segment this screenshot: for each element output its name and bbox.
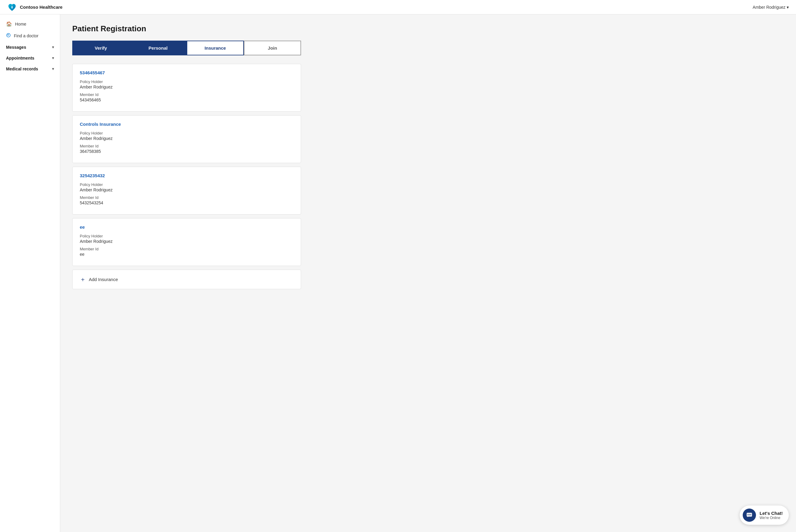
policy-holder-label-2: Policy Holder bbox=[80, 131, 294, 135]
user-menu[interactable]: Amber Rodriguez ▾ bbox=[753, 5, 789, 10]
insurance-card-2: Controls Insurance Policy Holder Amber R… bbox=[72, 115, 301, 163]
insurance-card-2-title[interactable]: Controls Insurance bbox=[80, 121, 294, 127]
appointments-chevron-icon: ▾ bbox=[52, 56, 54, 60]
member-id-value-2: 364758385 bbox=[80, 149, 294, 154]
chat-text: Let's Chat! We're Online bbox=[760, 511, 783, 520]
insurance-card-2-member-id: Member Id 364758385 bbox=[80, 144, 294, 154]
insurance-card-1: 5346455467 Policy Holder Amber Rodriguez… bbox=[72, 64, 301, 112]
policy-holder-value-1: Amber Rodriguez bbox=[80, 84, 294, 89]
insurance-cards-container: 5346455467 Policy Holder Amber Rodriguez… bbox=[72, 64, 301, 289]
insurance-card-3-member-id: Member Id 5432543254 bbox=[80, 195, 294, 205]
insurance-card-3-title[interactable]: 3254235432 bbox=[80, 173, 294, 178]
add-insurance-label: Add Insurance bbox=[89, 277, 118, 282]
sidebar-item-appointments[interactable]: Appointments ▾ bbox=[0, 53, 60, 63]
sidebar-item-home[interactable]: 🏠 Home bbox=[0, 18, 60, 30]
add-insurance-button[interactable]: ＋ Add Insurance bbox=[72, 270, 301, 289]
main-content: Patient Registration Verify Personal Ins… bbox=[60, 15, 796, 532]
member-id-label-3: Member Id bbox=[80, 195, 294, 200]
page-title: Patient Registration bbox=[72, 24, 784, 33]
header: Contoso Healthcare Amber Rodriguez ▾ bbox=[0, 0, 796, 15]
app-title: Contoso Healthcare bbox=[20, 4, 62, 10]
plus-icon: ＋ bbox=[80, 275, 86, 283]
stepper: Verify Personal Insurance Join bbox=[72, 41, 301, 55]
svg-rect-0 bbox=[7, 33, 10, 37]
insurance-card-2-policy-holder: Policy Holder Amber Rodriguez bbox=[80, 131, 294, 141]
sidebar-item-find-doctor[interactable]: Find a doctor bbox=[0, 30, 60, 42]
policy-holder-label-4: Policy Holder bbox=[80, 234, 294, 238]
insurance-card-4-member-id: Member Id ee bbox=[80, 247, 294, 257]
chat-widget[interactable]: Let's Chat! We're Online bbox=[740, 506, 789, 525]
sidebar-item-messages[interactable]: Messages ▾ bbox=[0, 42, 60, 53]
sidebar-item-find-doctor-label: Find a doctor bbox=[14, 33, 39, 38]
chat-title: Let's Chat! bbox=[760, 511, 783, 516]
app-body: 🏠 Home Find a doctor Messages ▾ Appointm… bbox=[0, 15, 796, 532]
sidebar-item-medical-records[interactable]: Medical records ▾ bbox=[0, 63, 60, 74]
member-id-value-4: ee bbox=[80, 252, 294, 257]
svg-rect-4 bbox=[750, 514, 751, 515]
insurance-card-3-policy-holder: Policy Holder Amber Rodriguez bbox=[80, 182, 294, 192]
insurance-card-4-title[interactable]: ee bbox=[80, 225, 294, 230]
logo: Contoso Healthcare bbox=[7, 2, 62, 12]
sidebar-item-home-label: Home bbox=[15, 22, 26, 26]
member-id-label-2: Member Id bbox=[80, 144, 294, 148]
chat-bubble-icon bbox=[746, 512, 753, 518]
insurance-card-1-policy-holder: Policy Holder Amber Rodriguez bbox=[80, 79, 294, 89]
policy-holder-label-3: Policy Holder bbox=[80, 182, 294, 187]
sidebar-appointments-label: Appointments bbox=[6, 56, 34, 60]
medical-records-chevron-icon: ▾ bbox=[52, 67, 54, 71]
logo-icon bbox=[7, 2, 17, 12]
step-join[interactable]: Join bbox=[244, 41, 301, 55]
sidebar-medical-records-label: Medical records bbox=[6, 66, 38, 71]
sidebar-messages-label: Messages bbox=[6, 45, 26, 50]
insurance-card-1-member-id: Member Id 543456465 bbox=[80, 92, 294, 102]
insurance-card-1-title[interactable]: 5346455467 bbox=[80, 70, 294, 75]
user-dropdown-arrow: ▾ bbox=[787, 5, 789, 10]
step-personal[interactable]: Personal bbox=[129, 41, 187, 55]
messages-chevron-icon: ▾ bbox=[52, 45, 54, 49]
member-id-value-3: 5432543254 bbox=[80, 201, 294, 205]
member-id-label-1: Member Id bbox=[80, 92, 294, 97]
home-icon: 🏠 bbox=[6, 21, 12, 27]
insurance-card-4: ee Policy Holder Amber Rodriguez Member … bbox=[72, 218, 301, 266]
sidebar: 🏠 Home Find a doctor Messages ▾ Appointm… bbox=[0, 15, 60, 532]
policy-holder-value-2: Amber Rodriguez bbox=[80, 136, 294, 141]
policy-holder-value-3: Amber Rodriguez bbox=[80, 188, 294, 192]
step-insurance[interactable]: Insurance bbox=[187, 41, 244, 55]
insurance-card-4-policy-holder: Policy Holder Amber Rodriguez bbox=[80, 234, 294, 244]
svg-rect-3 bbox=[749, 514, 750, 515]
step-verify[interactable]: Verify bbox=[72, 41, 129, 55]
policy-holder-value-4: Amber Rodriguez bbox=[80, 239, 294, 244]
chat-subtitle: We're Online bbox=[760, 516, 783, 520]
policy-holder-label-1: Policy Holder bbox=[80, 79, 294, 84]
chat-icon bbox=[743, 509, 756, 522]
member-id-label-4: Member Id bbox=[80, 247, 294, 251]
find-doctor-icon bbox=[6, 33, 11, 39]
member-id-value-1: 543456465 bbox=[80, 97, 294, 102]
insurance-card-3: 3254235432 Policy Holder Amber Rodriguez… bbox=[72, 167, 301, 214]
user-name: Amber Rodriguez bbox=[753, 5, 785, 10]
svg-rect-2 bbox=[747, 514, 748, 515]
